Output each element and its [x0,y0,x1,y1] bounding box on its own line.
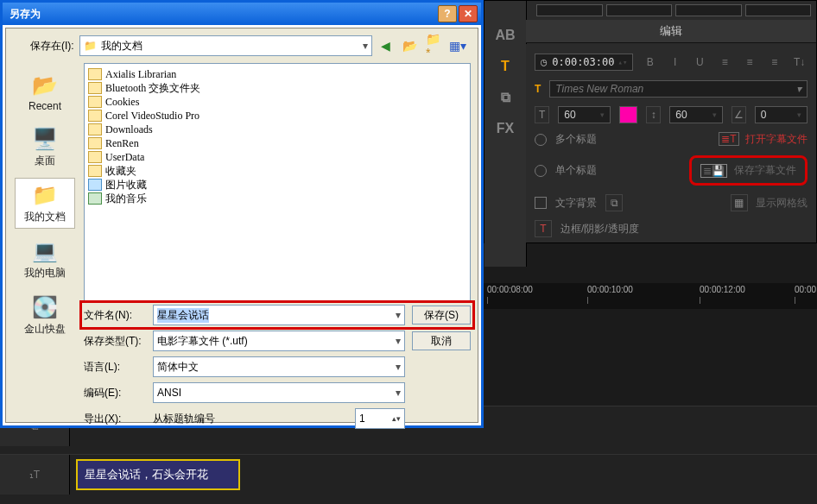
place-kingsoft-drive[interactable]: 💽金山快盘 [15,290,75,341]
clip-text: 星星会说话，石头会开花 [85,467,208,482]
export-value: 从标题轨编号 [153,412,215,426]
open-subtitle-button[interactable]: ≣T 打开字幕文件 [719,132,808,147]
folder-icon [88,137,102,149]
list-item[interactable]: UserData [88,150,466,164]
filename-input[interactable]: 星星会说话 ▾ [153,305,405,325]
folder-icon [88,96,102,108]
file-list[interactable]: Axialis Librarian Bluetooth 交换文件夹 Cookie… [84,63,471,301]
up-folder-button[interactable]: 📂 [402,38,417,54]
save-button[interactable]: 保存(S) [412,306,471,324]
font-family-select[interactable]: Times New Roman ▾ [549,80,808,98]
italic-button[interactable]: I [667,53,683,72]
color-swatch[interactable] [619,106,637,123]
font-size-select[interactable]: 60▾ [558,106,611,123]
chevron-down-icon: ▾ [797,110,801,119]
stepper-icon[interactable]: ▴▾ [618,58,627,66]
encoding-select[interactable]: ANSI ▾ [153,382,405,403]
timeline-tick: 00:00:10:00 [587,285,633,294]
radio-single-title[interactable] [535,165,547,177]
title-track-icon: ₁T [29,469,40,481]
place-my-computer[interactable]: 💻我的电脑 [15,234,75,285]
sidebar-icon-ab[interactable]: AB [495,25,516,46]
timeline-ruler[interactable]: 00:00:08:00 00:00:10:00 00:00:12:00 00:0… [484,283,817,309]
dialog-title: 另存为 [10,7,41,22]
language-value: 简体中文 [157,360,199,375]
filename-value: 星星会说话 [157,308,209,323]
close-button[interactable]: ✕ [459,5,478,22]
view-menu-button[interactable]: ▦▾ [450,38,466,54]
timecode-value: 0:00:03:00 [552,56,614,68]
editor-tab[interactable] [675,4,742,16]
label-single-title: 单个标题 [555,163,597,178]
dialog-titlebar[interactable]: 另存为 ? ✕ [3,3,481,25]
list-item[interactable]: 我的音乐 [88,192,466,205]
cancel-button[interactable]: 取消 [412,331,471,350]
folder-icon [88,68,102,80]
new-folder-button[interactable]: 📁* [426,38,441,54]
label-border-shadow[interactable]: 边框/阴影/透明度 [560,222,639,236]
editor-top-tabs [536,4,811,15]
folder-icon [88,110,102,122]
duration-timecode[interactable]: ◷ 0:00:03:00 ▴▾ [535,54,633,71]
text-bg-settings-icon[interactable]: ⧉ [605,194,623,211]
place-desktop[interactable]: 🖥️桌面 [15,122,75,173]
encoding-value: ANSI [157,387,181,399]
align-right-button[interactable]: ≡ [766,53,782,72]
picture-folder-icon [88,179,102,191]
export-label: 导出(X): [84,412,146,426]
font-family-value: Times New Roman [555,83,643,95]
track-number-stepper[interactable]: 1 ▴▾ [355,408,405,429]
list-item[interactable]: Axialis Librarian [88,67,466,81]
align-center-button[interactable]: ≡ [742,53,758,72]
checkbox-text-bg[interactable] [535,197,547,209]
list-item[interactable]: Corel VideoStudio Pro [88,109,466,123]
editor-tab[interactable] [536,4,603,16]
help-button[interactable]: ? [438,5,457,22]
radio-multi-title[interactable] [535,134,547,146]
editor-sidebar: AB T ⧉ FX [484,1,527,267]
underline-button[interactable]: U [692,53,708,72]
save-in-combo[interactable]: 📁 我的文档 ▾ [79,35,372,56]
save-subtitle-icon: ≣💾 [700,164,727,178]
vertical-text-button[interactable]: T↓ [791,53,808,72]
rotation-select[interactable]: 0▾ [755,106,808,123]
sidebar-icon-title[interactable]: T [495,56,516,77]
encoding-label: 编码(E): [84,386,146,400]
bold-button[interactable]: B [642,53,658,72]
list-item[interactable]: RenRen [88,136,466,150]
sidebar-icon-fx[interactable]: FX [495,118,516,139]
title-clip[interactable]: 星星会说话，石头会开花 [76,459,240,490]
list-item[interactable]: 收藏夹 [88,164,466,178]
list-item[interactable]: 图片收藏 [88,178,466,192]
place-recent[interactable]: 📂Recent [15,68,75,117]
filetype-value: 电影字幕文件 (*.utf) [157,334,248,349]
editor-tab[interactable] [745,4,812,16]
chevron-down-icon: ▾ [396,309,401,321]
folder-icon: 📁 [84,39,98,53]
place-my-documents[interactable]: 📁我的文档 [15,178,75,229]
filetype-select[interactable]: 电影字幕文件 (*.utf) ▾ [153,331,405,351]
show-grid-button[interactable]: ▦ 显示网格线 [731,194,808,211]
editor-tab[interactable] [606,4,673,16]
places-bar: 📂Recent 🖥️桌面 📁我的文档 💻我的电脑 💽金山快盘 [11,63,79,301]
list-item[interactable]: Bluetooth 交换文件夹 [88,81,466,95]
editor-panel: AB T ⧉ FX 编辑 ◷ 0:00:03:00 ▴▾ B I U ≡ ≡ ≡… [484,0,817,243]
folder-icon [88,82,102,94]
grid-icon: ▦ [731,194,748,211]
track-header[interactable]: ₁T [0,455,70,495]
language-label: 语言(L): [84,360,146,375]
list-item[interactable]: Cookies [88,95,466,109]
label-multi-title: 多个标题 [555,132,597,147]
sidebar-icon-overlay[interactable]: ⧉ [495,87,516,108]
save-subtitle-button[interactable]: ≣💾 保存字幕文件 [689,155,808,186]
filename-label: 文件名(N): [84,308,146,323]
folder-icon [88,151,102,163]
list-item[interactable]: Downloads [88,123,466,136]
line-spacing-select[interactable]: 60▾ [669,106,722,123]
align-left-button[interactable]: ≡ [717,53,733,72]
timeline-tick: 00:00:12:00 [700,285,745,294]
back-button[interactable]: ◀ [377,38,393,54]
line-spacing-icon: ↕ [646,106,661,123]
language-select[interactable]: 简体中文 ▾ [153,356,405,377]
title-track-row: ₁T 星星会说话，石头会开花 [0,454,817,495]
